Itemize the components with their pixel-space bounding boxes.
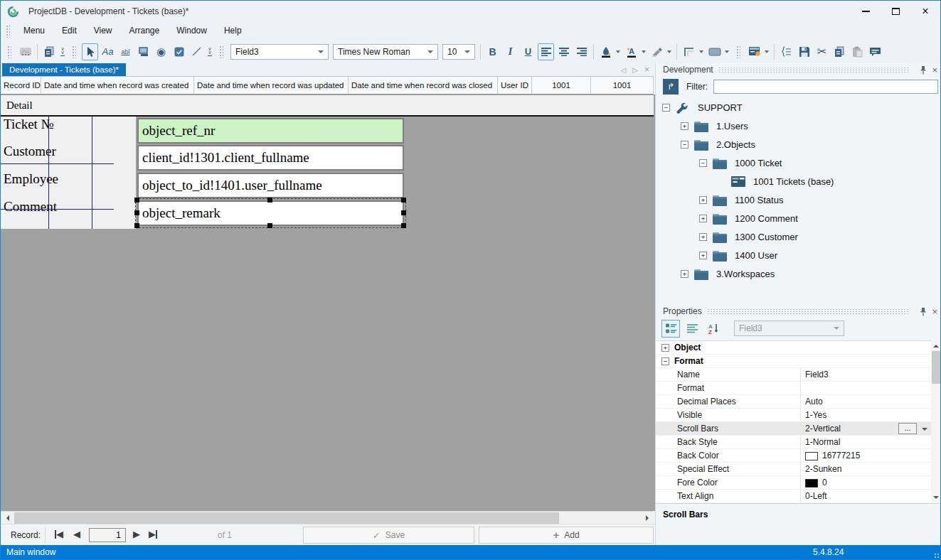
tree-expander-expand[interactable]: +: [681, 270, 689, 278]
border-tool-dropdown[interactable]: [699, 50, 703, 53]
property-value[interactable]: 0-Left: [805, 490, 827, 503]
property-value[interactable]: 16777215: [805, 449, 860, 463]
property-row-special-effect[interactable]: Special Effect2-Sunken: [656, 463, 941, 476]
format-grip[interactable]: [219, 45, 223, 58]
property-row-visible[interactable]: Visible1-Yes: [656, 409, 941, 422]
tree-expander-expand[interactable]: +: [699, 196, 707, 204]
toolbar-overflow-icon[interactable]: ∨∨: [60, 47, 65, 56]
property-editor-button[interactable]: ...: [898, 423, 917, 434]
horizontal-scrollbar[interactable]: [1, 511, 654, 524]
highlight-dropdown[interactable]: [667, 50, 671, 53]
detail-section-header[interactable]: Detail: [1, 95, 654, 117]
tree-expander-collapse[interactable]: −: [699, 159, 707, 167]
label-tool-button[interactable]: Aa: [100, 43, 116, 60]
property-row-decimal-places[interactable]: Decimal PlacesAuto: [656, 395, 941, 409]
record-header-cell-0[interactable]: Record ID: [1, 77, 41, 94]
tab-close-icon[interactable]: ×: [644, 65, 649, 75]
combobox-tool-button[interactable]: [135, 43, 151, 60]
selection-handle[interactable]: [401, 198, 406, 203]
tree-item-1200-comment[interactable]: +1200 Comment: [656, 210, 941, 228]
form-field-object_remark[interactable]: object_remark: [137, 200, 404, 226]
property-value[interactable]: 1-Normal: [805, 436, 840, 449]
menu-item-edit[interactable]: Edit: [53, 22, 85, 40]
property-value[interactable]: Auto: [805, 395, 823, 409]
selection-handle[interactable]: [134, 210, 139, 215]
category-expander-collapse[interactable]: −: [661, 357, 669, 365]
copy-button[interactable]: [831, 43, 848, 60]
selection-handle[interactable]: [401, 223, 406, 228]
close-button[interactable]: ×: [910, 1, 940, 22]
selection-handle[interactable]: [134, 198, 139, 203]
record-header-cell-2[interactable]: Date and time when record was updated: [194, 77, 349, 94]
menu-item-view[interactable]: View: [85, 22, 121, 40]
selection-handle[interactable]: [267, 198, 272, 203]
properties-scroll-thumb[interactable]: [932, 351, 940, 384]
form-field-label[interactable]: Employee: [4, 171, 58, 198]
pin-icon[interactable]: [920, 65, 927, 75]
property-category-format[interactable]: −Format: [656, 355, 941, 368]
menu-item-window[interactable]: Window: [168, 22, 216, 40]
bold-button[interactable]: B: [484, 43, 501, 60]
scroll-down-arrow[interactable]: [931, 493, 941, 503]
align-center-button[interactable]: [555, 43, 572, 60]
property-value[interactable]: 2-Vertical: [805, 422, 841, 436]
record-header-cell-3[interactable]: Date and time when record was closed: [349, 77, 498, 94]
property-row-fore-color[interactable]: Fore Color0: [656, 476, 941, 490]
selection-handle[interactable]: [401, 210, 406, 215]
tree-expander-collapse[interactable]: −: [662, 104, 670, 112]
property-value[interactable]: Field3: [805, 368, 829, 382]
checkbox-tool-button[interactable]: [171, 43, 187, 60]
form-field-client_id!1301.client_fullname[interactable]: client_id!1301.client_fullname: [137, 145, 404, 171]
tree-expander-expand[interactable]: +: [699, 215, 707, 222]
tab-scroll-left-icon[interactable]: ◁: [621, 66, 627, 74]
properties-scrollbar[interactable]: [931, 340, 941, 503]
record-number-input[interactable]: [89, 528, 126, 542]
tree-item-1300-customer[interactable]: +1300 Customer: [656, 228, 941, 247]
property-value[interactable]: 0: [805, 476, 827, 490]
record-header-cell-1[interactable]: Date and time when record was created: [41, 77, 194, 94]
property-object-combobox[interactable]: Field3: [734, 321, 844, 336]
underline-button[interactable]: U: [520, 43, 536, 60]
border-tool-button[interactable]: [681, 43, 697, 60]
form-properties-dropdown[interactable]: [765, 50, 769, 53]
property-row-format[interactable]: Format: [656, 382, 941, 395]
font-name-combobox[interactable]: Times New Roman: [333, 44, 438, 60]
tab-development-tickets[interactable]: Development - Tickets (base)*: [2, 63, 126, 76]
scroll-left-arrow[interactable]: [1, 512, 13, 524]
filter-input[interactable]: [713, 80, 938, 94]
tree-item-1100-status[interactable]: +1100 Status: [656, 191, 941, 210]
tools-overflow-icon[interactable]: ∨∨: [208, 47, 212, 56]
menu-item-arrange[interactable]: Arrange: [121, 22, 169, 40]
horizontal-scroll-thumb[interactable]: [14, 512, 559, 524]
tab-scroll-right-icon[interactable]: ▷: [632, 66, 638, 74]
property-dropdown-arrow[interactable]: [922, 426, 927, 434]
italic-button[interactable]: I: [502, 43, 519, 60]
form-field-label[interactable]: Ticket №: [4, 117, 54, 144]
previous-record-button[interactable]: ◀: [73, 529, 80, 539]
tree-expander-collapse[interactable]: −: [681, 141, 689, 149]
toolbar-grip[interactable]: [7, 45, 11, 58]
menu-item-menu[interactable]: Menu: [15, 22, 53, 40]
categorized-view-button[interactable]: [661, 320, 680, 338]
selection-handle[interactable]: [267, 223, 272, 228]
form-field-object_ref_nr[interactable]: object_ref_nr: [137, 118, 404, 144]
property-row-back-style[interactable]: Back Style1-Normal: [656, 436, 941, 449]
property-category-object[interactable]: +Object: [656, 341, 941, 355]
scroll-up-arrow[interactable]: [931, 340, 941, 350]
align-left-button[interactable]: [538, 43, 554, 60]
comment-button[interactable]: [867, 43, 883, 60]
form-designer-canvas[interactable]: Detail Ticket №CustomerEmployeeComment o…: [1, 95, 655, 511]
tree-item-1-users[interactable]: +1.Users: [656, 117, 941, 136]
category-expander-expand[interactable]: +: [661, 344, 669, 352]
line-tool-button[interactable]: [188, 43, 205, 60]
record-header-cell-5[interactable]: 1001: [532, 77, 591, 94]
last-record-button[interactable]: ▶: [149, 529, 157, 539]
save-button[interactable]: [796, 43, 812, 60]
properties-close-icon[interactable]: ×: [932, 306, 937, 317]
locate-object-button[interactable]: ↱: [663, 79, 679, 95]
form-field-object_to_id!1401.user_fullname[interactable]: object_to_id!1401.user_fullname: [137, 173, 404, 198]
font-color-button[interactable]: A: [623, 43, 639, 60]
menubar-grip[interactable]: [6, 25, 10, 38]
tree-item-1001-tickets-base-[interactable]: 1001 Tickets (base): [656, 173, 941, 191]
alphabetic-view-button[interactable]: [683, 320, 701, 338]
